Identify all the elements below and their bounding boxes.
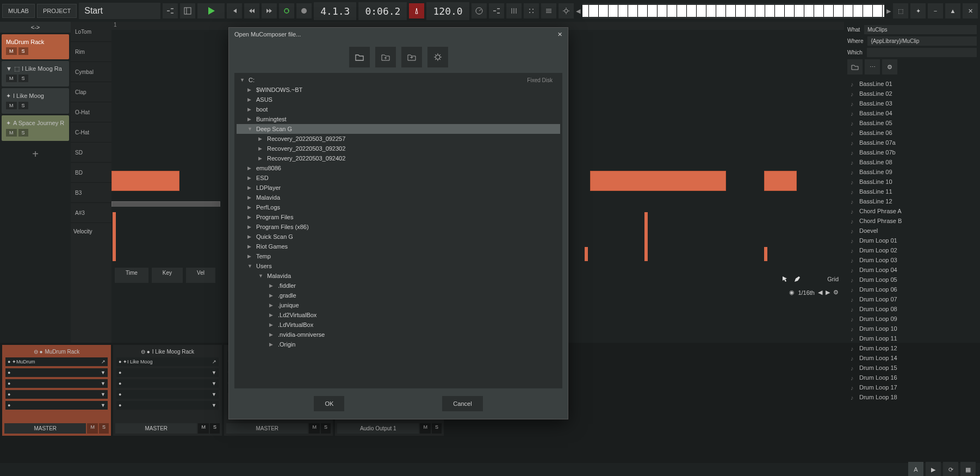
drag-icon[interactable]: ✦ bbox=[6, 120, 11, 127]
library-item[interactable]: ♪Drum Loop 16 bbox=[847, 373, 977, 382]
library-item[interactable]: ♪Drum Loop 07 bbox=[847, 294, 977, 304]
lane-label[interactable]: BD bbox=[71, 163, 111, 183]
mute-button[interactable]: M bbox=[198, 423, 209, 434]
solo-button[interactable]: S bbox=[18, 129, 28, 137]
ok-button[interactable]: OK bbox=[314, 396, 344, 411]
key-control[interactable]: Key bbox=[152, 268, 183, 283]
tree-expander-icon[interactable]: ▶ bbox=[247, 107, 253, 112]
library-item[interactable]: ♪Chord Phrase A bbox=[847, 206, 977, 216]
velocity-bar[interactable] bbox=[585, 247, 588, 261]
velocity-bar[interactable] bbox=[644, 212, 648, 261]
library-item[interactable]: ♪BassLine 12 bbox=[847, 196, 977, 206]
rewind-button[interactable] bbox=[244, 3, 259, 18]
panic-icon[interactable]: ⬚ bbox=[893, 3, 908, 18]
tree-item[interactable]: ▶Riot Games bbox=[237, 242, 560, 251]
library-item[interactable]: ♪BassLine 07b bbox=[847, 147, 977, 157]
vel-control[interactable]: Vel bbox=[186, 268, 215, 283]
footer-play-icon[interactable]: ▶ bbox=[926, 462, 941, 476]
solo-button[interactable]: S bbox=[210, 423, 220, 434]
strip-rec-icon[interactable]: ⊖ ● bbox=[141, 349, 150, 355]
strip-output[interactable]: MASTER bbox=[226, 423, 308, 434]
where-input[interactable] bbox=[867, 36, 977, 46]
grid-view-icon[interactable]: ⋯ bbox=[865, 59, 880, 75]
play-button[interactable] bbox=[197, 3, 225, 18]
tree-item[interactable]: ▶boot bbox=[237, 104, 560, 114]
file-tree[interactable]: ▼C:Fixed Disk▶$WINDOWS.~BT▶ASUS▶boot▶Bur… bbox=[234, 73, 562, 388]
drag-icon[interactable]: ✦ bbox=[6, 92, 11, 100]
strip-output[interactable]: MASTER bbox=[115, 423, 197, 434]
tree-expander-icon[interactable]: ▶ bbox=[247, 254, 253, 259]
lane-label[interactable]: SD bbox=[71, 143, 111, 163]
instrument-slot[interactable]: ● ✦ MuDrum↗ bbox=[5, 357, 108, 366]
route-icon[interactable] bbox=[163, 3, 178, 18]
grid-snap-icon[interactable]: ◉ bbox=[789, 289, 795, 296]
library-item[interactable]: ♪Drum Loop 15 bbox=[847, 363, 977, 373]
mute-button[interactable]: M bbox=[309, 423, 320, 434]
grid-icon[interactable] bbox=[524, 3, 539, 18]
fx-slot[interactable]: ●▼ bbox=[5, 401, 108, 410]
expand-icon[interactable]: ↗ bbox=[101, 359, 106, 364]
tree-item[interactable]: ▶Recovery_20220503_092302 bbox=[237, 144, 560, 153]
which-input[interactable] bbox=[867, 48, 977, 57]
project-button[interactable]: PROJECT bbox=[37, 4, 77, 18]
lane-label[interactable]: C-Hat bbox=[71, 122, 111, 143]
tree-item[interactable]: ▶LDPlayer bbox=[237, 183, 560, 193]
library-item[interactable]: ♪Drum Loop 01 bbox=[847, 236, 977, 245]
tree-expander-icon[interactable]: ▶ bbox=[247, 214, 253, 220]
mute-button[interactable]: M bbox=[420, 423, 431, 434]
grid-value[interactable]: 1/16th bbox=[798, 289, 815, 296]
library-item[interactable]: ♪BassLine 07a bbox=[847, 138, 977, 147]
tree-expander-icon[interactable]: ▶ bbox=[269, 312, 275, 318]
metronome-button[interactable] bbox=[409, 3, 424, 18]
mute-button[interactable]: M bbox=[87, 423, 98, 434]
fx-slot[interactable]: ●▼ bbox=[116, 368, 219, 377]
library-item[interactable]: ♪Drum Loop 17 bbox=[847, 382, 977, 392]
marker-name-input[interactable] bbox=[79, 3, 160, 19]
folder-up-icon[interactable] bbox=[375, 47, 396, 67]
mute-button[interactable]: M bbox=[6, 47, 17, 55]
library-item[interactable]: ♪Drum Loop 18 bbox=[847, 392, 977, 402]
list-icon[interactable] bbox=[541, 3, 556, 18]
library-item[interactable]: ♪BassLine 04 bbox=[847, 108, 977, 118]
lane-label[interactable]: A#3 bbox=[71, 203, 111, 223]
instrument-slot[interactable]: ● ✦ I Like Moog↗ bbox=[116, 357, 219, 366]
lane-label[interactable]: LoTom bbox=[71, 22, 111, 42]
piano-left-icon[interactable]: ◀ bbox=[576, 8, 580, 15]
tree-expander-icon[interactable]: ▶ bbox=[269, 322, 275, 327]
tree-item[interactable]: ▼Deep Scan G bbox=[237, 124, 560, 134]
mulab-button[interactable]: MULAB bbox=[2, 4, 35, 18]
grid-next-icon[interactable]: ▶ bbox=[826, 289, 830, 296]
dropdown-icon[interactable]: ▼ bbox=[101, 403, 106, 408]
library-item[interactable]: ♪Drum Loop 02 bbox=[847, 245, 977, 255]
lane-label[interactable]: Clap bbox=[71, 82, 111, 102]
library-item[interactable]: ♪BassLine 03 bbox=[847, 98, 977, 108]
tree-item[interactable]: ▶.LdVirtualBox bbox=[237, 320, 560, 330]
time-display[interactable]: 0:06.2 bbox=[358, 2, 407, 20]
solo-button[interactable]: S bbox=[18, 75, 28, 82]
clip[interactable] bbox=[111, 171, 179, 191]
pencil-tool-icon[interactable] bbox=[793, 275, 801, 283]
clip[interactable] bbox=[590, 171, 726, 191]
layout-icon[interactable] bbox=[180, 3, 195, 18]
tree-item[interactable]: ▶Burningtest bbox=[237, 114, 560, 124]
dropdown-icon[interactable]: ▼ bbox=[101, 370, 106, 375]
dropdown-icon[interactable]: ▼ bbox=[212, 370, 216, 375]
library-item[interactable]: ♪Drum Loop 12 bbox=[847, 343, 977, 353]
settings-icon[interactable] bbox=[559, 3, 574, 18]
strip-output[interactable]: Audio Output 1 bbox=[337, 423, 419, 434]
tree-item[interactable]: ▶emu8086 bbox=[237, 163, 560, 173]
time-control[interactable]: Time bbox=[115, 268, 148, 283]
tree-item[interactable]: ▶Malavida bbox=[237, 193, 560, 202]
tree-expander-icon[interactable]: ▶ bbox=[247, 205, 253, 210]
mute-button[interactable]: M bbox=[6, 75, 17, 82]
fx-slot[interactable]: ●▼ bbox=[116, 379, 219, 388]
library-item[interactable]: ♪Drum Loop 08 bbox=[847, 304, 977, 314]
dialog-settings-icon[interactable] bbox=[427, 47, 448, 67]
mute-button[interactable]: M bbox=[6, 102, 17, 109]
tree-expander-icon[interactable]: ▶ bbox=[247, 165, 253, 171]
strip-output[interactable]: MASTER bbox=[4, 423, 86, 434]
tree-item[interactable]: ▶PerfLogs bbox=[237, 202, 560, 212]
lane-label[interactable]: Rim bbox=[71, 42, 111, 62]
cancel-button[interactable]: Cancel bbox=[442, 396, 482, 411]
library-item[interactable]: ♪Drum Loop 06 bbox=[847, 285, 977, 294]
